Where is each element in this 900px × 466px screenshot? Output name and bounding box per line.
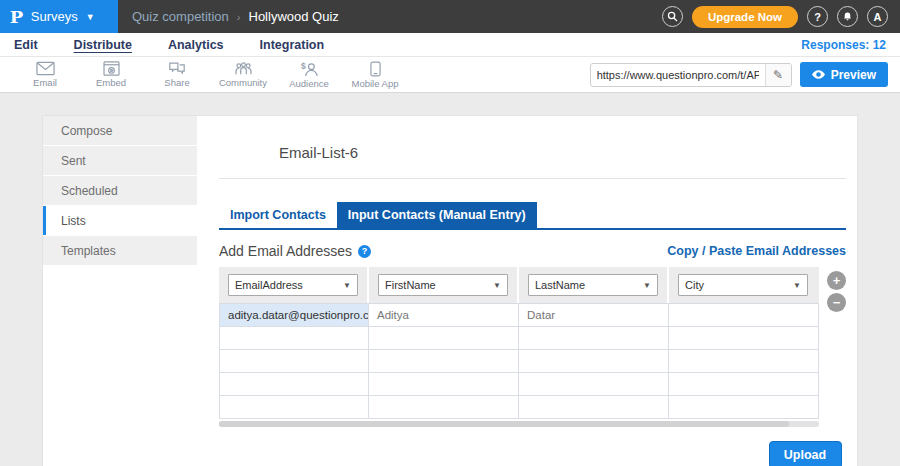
community-icon [234,61,253,76]
responses-count[interactable]: Responses: 12 [801,38,886,52]
edit-url-button[interactable]: ✎ [765,64,791,86]
page-background: Compose Sent Scheduled Lists Templates E… [0,94,900,466]
upload-button[interactable]: Upload [769,441,842,466]
contacts-tabs: Import Contacts Input Contacts (Manual E… [219,202,846,230]
table-row [219,396,819,419]
table-cell[interactable] [669,350,819,373]
table-cell[interactable] [669,327,819,350]
section-header: Add Email Addresses ? Copy / Paste Email… [219,243,846,259]
list-detail-panel: Email-List-6 Import Contacts Input Conta… [197,116,860,466]
tab-integration[interactable]: Integration [260,38,325,52]
preview-button[interactable]: Preview [800,62,888,87]
toolbar-item-email[interactable]: Email [12,61,78,88]
remove-row-button[interactable]: − [827,293,846,312]
table-cell[interactable]: Datar [519,304,669,327]
title-divider [219,178,846,179]
toolbar-item-mobile-app[interactable]: Mobile App [342,61,408,89]
survey-url-input[interactable] [591,69,765,81]
table-cell[interactable] [219,350,369,373]
sidebar-item-scheduled[interactable]: Scheduled [43,176,197,205]
product-menu-label: Surveys [31,9,78,24]
table-row [219,373,819,396]
table-row: aditya.datar@questionpro.comAdityaDatar [219,304,819,327]
help-button[interactable]: ? [807,6,828,27]
page-title: Email-List-6 [279,144,846,161]
breadcrumb-separator-icon: › [237,11,241,23]
table-cell[interactable] [369,396,519,419]
table-cell[interactable] [519,396,669,419]
table-cell[interactable]: aditya.datar@questionpro.com [219,304,369,327]
tab-input-contacts-manual[interactable]: Input Contacts (Manual Entry) [337,202,537,228]
embed-icon [103,61,120,76]
svg-text:$: $ [301,61,306,71]
contacts-table-area: EmailAddress▼ FirstName▼ LastName▼ City▼… [219,267,846,427]
search-button[interactable] [662,6,683,27]
select-caret-icon: ▼ [793,281,801,290]
toolbar-item-share[interactable]: Share [144,61,210,88]
email-sidebar: Compose Sent Scheduled Lists Templates [43,116,197,466]
header-cell-emailaddress: EmailAddress▼ [219,267,369,303]
select-caret-icon: ▼ [643,281,651,290]
email-icon [36,61,55,76]
header-cell-firstname: FirstName▼ [369,267,519,303]
scrollbar-thumb[interactable] [219,421,789,427]
table-horizontal-scrollbar[interactable] [219,421,819,427]
audience-icon: $ [300,61,319,77]
chevron-down-icon: ▼ [86,12,95,22]
table-cell[interactable] [369,373,519,396]
survey-nav: Edit Distribute Analytics Integration Re… [0,33,900,57]
select-caret-icon: ▼ [493,281,501,290]
table-cell[interactable] [219,396,369,419]
upload-row: Upload [219,441,846,466]
toolbar-item-embed[interactable]: Embed [78,61,144,88]
table-cell[interactable]: Aditya [369,304,519,327]
contacts-table-header: EmailAddress▼ FirstName▼ LastName▼ City▼ [219,267,819,303]
breadcrumb-current: Hollywood Quiz [249,9,339,24]
tab-analytics[interactable]: Analytics [168,38,224,52]
section-title: Add Email Addresses [219,243,352,259]
toolbar-item-audience[interactable]: $ Audience [276,61,342,89]
account-avatar[interactable]: A [867,6,888,27]
email-table-body: aditya.datar@questionpro.comAdityaDatar [219,303,819,419]
table-cell[interactable] [219,373,369,396]
table-cell[interactable] [519,350,669,373]
notifications-button[interactable] [837,6,858,27]
row-controls: + − [827,271,846,427]
contacts-table: EmailAddress▼ FirstName▼ LastName▼ City▼… [219,267,819,427]
survey-url-group: ✎ Preview [590,62,888,87]
column-select-firstname[interactable]: FirstName▼ [378,274,508,296]
toolbar-item-community[interactable]: Community [210,61,276,88]
table-cell[interactable] [669,373,819,396]
tab-import-contacts[interactable]: Import Contacts [219,202,337,228]
column-select-city[interactable]: City▼ [678,274,808,296]
table-row [219,350,819,373]
column-select-lastname[interactable]: LastName▼ [528,274,658,296]
table-cell[interactable] [519,373,669,396]
copy-paste-link[interactable]: Copy / Paste Email Addresses [667,244,846,258]
distribute-toolbar: Email Embed Share Community $ Audience M… [0,57,900,93]
table-cell[interactable] [219,327,369,350]
sidebar-item-compose[interactable]: Compose [43,116,197,145]
product-switcher[interactable]: P Surveys ▼ [0,0,118,33]
upgrade-now-button[interactable]: Upgrade Now [692,6,798,28]
table-cell[interactable] [519,327,669,350]
questionpro-logo-icon: P [10,7,23,27]
tab-edit[interactable]: Edit [14,38,38,52]
add-row-button[interactable]: + [827,271,846,290]
select-caret-icon: ▼ [343,281,351,290]
sidebar-item-lists[interactable]: Lists [43,206,197,235]
bell-icon [842,11,853,22]
table-cell[interactable] [369,327,519,350]
table-cell[interactable] [369,350,519,373]
survey-url-box: ✎ [590,63,792,87]
sidebar-item-templates[interactable]: Templates [43,236,197,265]
tab-distribute[interactable]: Distribute [74,38,132,52]
table-cell[interactable] [669,304,819,327]
share-icon [168,61,186,76]
sidebar-item-sent[interactable]: Sent [43,146,197,175]
search-icon [667,11,678,22]
breadcrumb-parent[interactable]: Quiz competition [132,9,229,24]
table-cell[interactable] [669,396,819,419]
help-tooltip-icon[interactable]: ? [358,245,371,258]
column-select-emailaddress[interactable]: EmailAddress▼ [228,274,358,296]
